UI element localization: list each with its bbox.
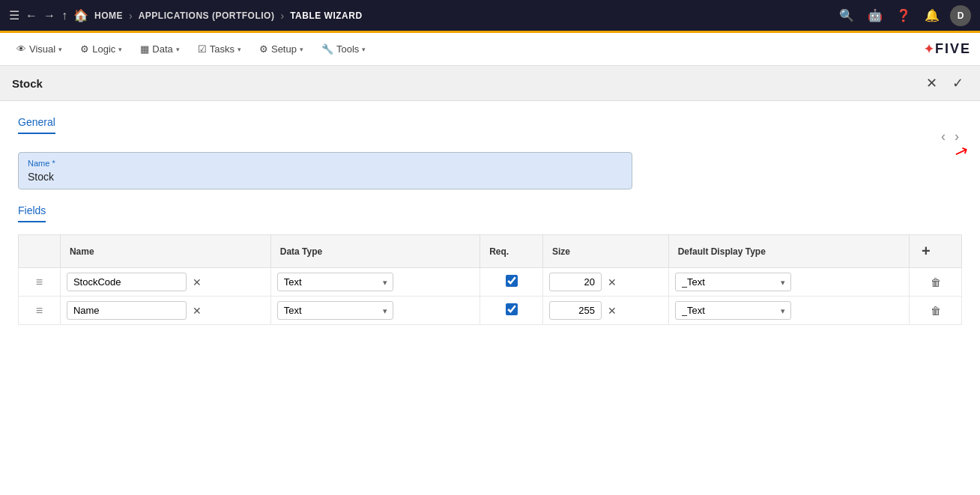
drag-handle[interactable]: ≡: [19, 268, 61, 297]
robot-icon[interactable]: 🤖: [865, 5, 886, 26]
menu-icon[interactable]: ☰: [9, 8, 19, 22]
main-content: Stock ✕ ✓ General ‹ › ↗: [0, 66, 980, 495]
setup-caret: ▾: [300, 46, 303, 53]
drag-icon[interactable]: ≡: [36, 304, 43, 317]
fields-tab-label[interactable]: Fields: [18, 204, 46, 222]
logic-menu[interactable]: ⚙ Logic ▾: [73, 39, 130, 59]
field-name-cell: ✕: [60, 268, 270, 297]
clear-name-button[interactable]: ✕: [190, 305, 205, 317]
col-size-header: Size: [543, 235, 669, 268]
back-icon[interactable]: ←: [25, 9, 37, 22]
tools-menu[interactable]: 🔧 Tools ▾: [314, 39, 373, 59]
tools-icon: 🔧: [321, 43, 333, 55]
size-input[interactable]: [549, 301, 602, 320]
top-navbar-right: 🔍 🤖 ❓ 🔔 D: [836, 5, 971, 26]
field-display-cell: _Text_Number_Boolean_Date: [668, 297, 909, 325]
display-select-wrapper: _Text_Number_Boolean_Date: [675, 273, 791, 291]
delete-row-button[interactable]: 🗑: [926, 275, 946, 290]
logic-icon: ⚙: [80, 43, 89, 55]
setup-menu[interactable]: ⚙ Setup ▾: [252, 39, 311, 59]
visual-icon: 👁: [16, 43, 26, 55]
data-label: Data: [152, 43, 172, 55]
visual-menu[interactable]: 👁 Visual ▾: [9, 39, 70, 59]
table-row: ≡ ✕ TextNumberBooleanDateFloat ✕ _Text_N…: [19, 297, 962, 325]
field-req-cell: [480, 297, 543, 325]
panel-title: Stock: [12, 77, 43, 90]
name-field-group: Name *: [18, 152, 962, 189]
req-checkbox[interactable]: [506, 303, 518, 315]
panel-header: Stock ✕ ✓: [0, 66, 980, 101]
data-caret: ▾: [176, 46, 180, 53]
name-field-label: Name *: [28, 159, 623, 168]
help-icon[interactable]: ❓: [893, 5, 914, 26]
clear-size-button[interactable]: ✕: [605, 305, 620, 317]
second-navbar: 👁 Visual ▾ ⚙ Logic ▾ ▦ Data ▾ ☑ Tasks ▾ …: [0, 33, 980, 66]
drag-handle[interactable]: ≡: [19, 297, 61, 325]
fields-tbody: ≡ ✕ TextNumberBooleanDateFloat ✕ _Text_N…: [19, 268, 962, 325]
tasks-icon: ☑: [198, 43, 207, 55]
search-icon[interactable]: 🔍: [836, 5, 857, 26]
size-input[interactable]: [549, 273, 602, 291]
clear-name-button[interactable]: ✕: [190, 276, 205, 288]
prev-arrow-button[interactable]: ‹: [938, 127, 949, 146]
field-display-cell: _Text_Number_Boolean_Date: [668, 268, 909, 297]
tasks-caret: ▾: [238, 46, 241, 53]
setup-icon: ⚙: [259, 43, 268, 55]
drag-icon[interactable]: ≡: [36, 276, 43, 288]
req-checkbox[interactable]: [506, 275, 518, 287]
wizard-label: TABLE WIZARD: [290, 10, 362, 21]
five-logo-container: ✦ FIVE: [924, 41, 971, 57]
tools-caret: ▾: [362, 46, 366, 53]
field-action-cell: 🗑: [910, 297, 962, 325]
clear-size-button[interactable]: ✕: [605, 276, 620, 288]
field-name-cell: ✕: [60, 297, 270, 325]
logic-label: Logic: [92, 43, 115, 55]
next-arrow-button[interactable]: ›: [952, 127, 962, 146]
col-drag-header: [19, 235, 61, 268]
col-req-header: Req.: [480, 235, 543, 268]
confirm-button[interactable]: ✓: [948, 73, 968, 93]
datatype-select[interactable]: TextNumberBooleanDateFloat: [277, 301, 393, 320]
fields-table: Name Data Type Req. Size Default Display…: [18, 234, 962, 325]
notification-icon[interactable]: 🔔: [922, 5, 943, 26]
user-avatar[interactable]: D: [950, 5, 971, 26]
panel-body: General ‹ › ↗ Name * Fields: [0, 101, 980, 340]
col-datatype-header: Data Type: [270, 235, 480, 268]
field-req-cell: [480, 268, 543, 297]
close-button[interactable]: ✕: [922, 73, 942, 93]
forward-icon[interactable]: →: [43, 9, 55, 22]
field-size-cell: ✕: [543, 297, 669, 325]
tools-label: Tools: [336, 43, 359, 55]
display-select[interactable]: _Text_Number_Boolean_Date: [675, 273, 791, 291]
delete-row-button[interactable]: 🗑: [926, 303, 946, 318]
home-icon[interactable]: 🏠: [73, 8, 88, 22]
add-field-button[interactable]: +: [919, 241, 934, 261]
field-name-input[interactable]: [67, 273, 187, 291]
data-menu[interactable]: ▦ Data ▾: [133, 39, 187, 59]
tabs-container: General: [18, 116, 55, 134]
col-display-header: Default Display Type: [668, 235, 909, 268]
logo-icon: ✦: [924, 42, 934, 56]
field-datatype-cell: TextNumberBooleanDateFloat: [270, 297, 480, 325]
col-name-header: Name: [60, 235, 270, 268]
tab-general[interactable]: General: [18, 116, 55, 134]
five-logo: ✦ FIVE: [924, 41, 971, 57]
sep1: ›: [129, 10, 133, 22]
display-select[interactable]: _Text_Number_Boolean_Date: [675, 301, 791, 320]
field-name-input[interactable]: [67, 301, 187, 320]
field-size-cell: ✕: [543, 268, 669, 297]
setup-label: Setup: [271, 43, 297, 55]
top-navbar: ☰ ← → ↑ 🏠 HOME › APPLICATIONS (PORTFOLIO…: [0, 0, 980, 33]
home-label: HOME: [94, 10, 123, 21]
data-icon: ▦: [140, 43, 149, 55]
datatype-select[interactable]: TextNumberBooleanDateFloat: [277, 273, 393, 291]
visual-caret: ▾: [58, 46, 62, 53]
panel-actions: ✕ ✓: [922, 73, 968, 93]
up-icon[interactable]: ↑: [61, 9, 67, 22]
name-input[interactable]: [28, 171, 623, 183]
display-select-wrapper: _Text_Number_Boolean_Date: [675, 301, 791, 320]
tasks-menu[interactable]: ☑ Tasks ▾: [190, 39, 249, 59]
datatype-select-wrapper: TextNumberBooleanDateFloat: [277, 301, 393, 320]
table-row: ≡ ✕ TextNumberBooleanDateFloat ✕ _Text_N…: [19, 268, 962, 297]
field-action-cell: 🗑: [910, 268, 962, 297]
